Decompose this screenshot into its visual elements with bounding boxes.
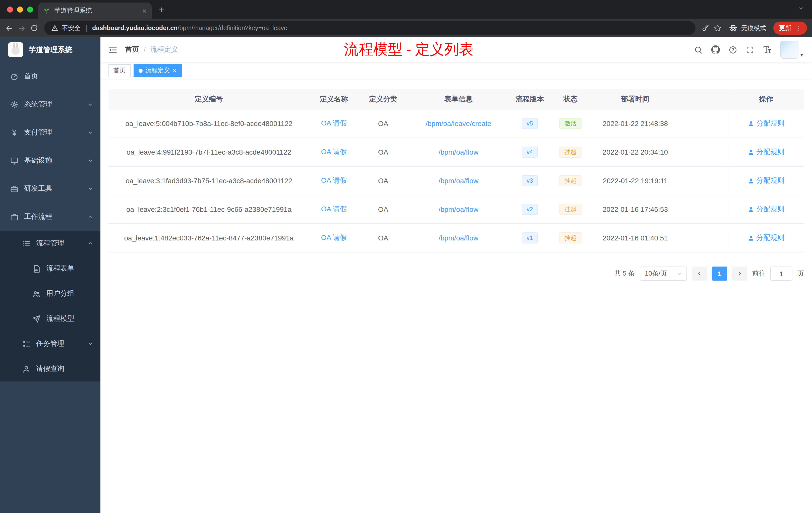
definition-name-link[interactable]: OA 请假 <box>321 233 347 242</box>
definition-name-cell: OA 请假 <box>309 138 358 166</box>
chevron-up-icon <box>87 214 93 220</box>
minimize-window-button[interactable] <box>17 6 23 12</box>
forward-button[interactable] <box>18 24 26 32</box>
assign-rule-link[interactable]: 分配规则 <box>748 119 784 128</box>
github-icon[interactable] <box>711 45 720 54</box>
form-info-link[interactable]: /bpm/oa/flow <box>439 205 478 213</box>
definition-name-link[interactable]: OA 请假 <box>321 176 347 185</box>
actions-cell: 分配规则 <box>728 167 804 195</box>
back-button[interactable] <box>5 24 13 32</box>
goto-page-input[interactable] <box>770 267 792 280</box>
sidebar-item-2[interactable]: 支付管理 <box>0 118 100 147</box>
update-button[interactable]: 更新 ⋮ <box>773 22 807 35</box>
form-info-cell: /bpm/oa/flow <box>408 167 509 195</box>
form-info-link[interactable]: /bpm/oa/flow <box>439 148 478 156</box>
url-path: /bpm/manager/definition?key=oa_leave <box>177 25 287 32</box>
tag-0[interactable]: 首页 <box>109 64 130 77</box>
sidebar-item-9[interactable]: 流程模型 <box>0 306 100 331</box>
url-text: dashboard.yudao.iocoder.cn/bpm/manager/d… <box>92 25 288 32</box>
logo-avatar <box>8 42 23 57</box>
browser-menu-icon[interactable]: ⋮ <box>795 24 802 32</box>
security-label[interactable]: 不安全 <box>62 24 81 32</box>
refresh-button[interactable] <box>30 24 38 32</box>
fullscreen-icon[interactable] <box>746 46 754 54</box>
tag-1[interactable]: 流程定义× <box>134 64 181 77</box>
definition-name-cell: OA 请假 <box>309 167 358 195</box>
tags-view-bar: 首页流程定义× <box>100 62 812 79</box>
search-icon[interactable] <box>694 46 702 54</box>
sidebar-item-5[interactable]: 工作流程 <box>0 203 100 231</box>
sidebar-item-3[interactable]: 基础设施 <box>0 147 100 175</box>
sidebar-item-8[interactable]: 用户分组 <box>0 281 100 306</box>
bookmark-star-icon[interactable] <box>714 24 722 32</box>
assign-rule-label: 分配规则 <box>756 148 784 157</box>
help-icon[interactable] <box>729 46 737 54</box>
page-button-1[interactable]: 1 <box>712 267 727 280</box>
maximize-window-button[interactable] <box>27 6 33 12</box>
version-badge: v2 <box>522 204 538 215</box>
next-page-button[interactable] <box>732 267 747 280</box>
chevron-down-icon <box>87 186 93 192</box>
browser-tab[interactable]: 芋道管理系统 × <box>38 2 152 19</box>
sidebar-item-0[interactable]: 首页 <box>0 62 100 90</box>
form-info-link[interactable]: /bpm/oa/leave/create <box>426 119 491 127</box>
definition-name-link[interactable]: OA 请假 <box>321 119 347 128</box>
chevron-left-icon <box>696 271 702 277</box>
breadcrumb-home[interactable]: 首页 <box>125 45 139 54</box>
tab-close-icon[interactable]: × <box>142 7 147 14</box>
tab-search-chevron-icon[interactable] <box>798 5 804 11</box>
tag-close-icon[interactable]: × <box>173 67 176 74</box>
assign-rule-link[interactable]: 分配规则 <box>748 233 784 242</box>
sidebar: 芋道管理系统 首页系统管理支付管理基础设施研发工具工作流程流程管理流程表单用户分… <box>0 37 100 513</box>
sidebar-item-label: 基础设施 <box>24 156 87 165</box>
page-size-select[interactable]: 10条/页 <box>640 267 687 280</box>
form-info-cell: /bpm/oa/flow <box>408 138 509 166</box>
version-badge: v1 <box>522 233 538 243</box>
password-key-icon[interactable] <box>701 24 709 32</box>
definition-id: oa_leave:1:482ec033-762a-11ec-8477-a2380… <box>109 224 309 252</box>
avatar[interactable] <box>780 41 799 59</box>
actions-cell: 分配规则 <box>728 110 804 138</box>
definition-name-link[interactable]: OA 请假 <box>321 148 347 157</box>
close-window-button[interactable] <box>7 6 13 12</box>
form-info-link[interactable]: /bpm/oa/flow <box>439 177 478 185</box>
version-badge: v4 <box>522 147 538 158</box>
chevron-down-icon <box>676 271 682 276</box>
form-info-link[interactable]: /bpm/oa/flow <box>439 234 478 242</box>
sidebar-toggle-icon[interactable] <box>100 45 125 55</box>
assign-rule-link[interactable]: 分配规则 <box>748 205 784 214</box>
definition-name-cell: OA 请假 <box>309 195 358 223</box>
sidebar-item-4[interactable]: 研发工具 <box>0 175 100 203</box>
page-content: 定义编号定义名称定义分类表单信息流程版本状态部署时间操作 oa_leave:5:… <box>100 79 812 513</box>
column-header-5: 状态 <box>550 89 590 109</box>
sidebar-item-label: 流程管理 <box>36 239 87 248</box>
user-menu[interactable]: ▾ <box>780 41 803 59</box>
form-icon <box>32 264 41 273</box>
sidebar-item-6[interactable]: 流程管理 <box>0 231 100 256</box>
definition-name-link[interactable]: OA 请假 <box>321 205 347 214</box>
new-tab-button[interactable]: + <box>159 4 164 16</box>
sidebar-item-10[interactable]: 任务管理 <box>0 331 100 356</box>
definition-category: OA <box>358 167 408 195</box>
pagination-total: 共 5 条 <box>614 269 635 278</box>
assign-rule-link[interactable]: 分配规则 <box>748 176 784 185</box>
column-header-0: 定义编号 <box>109 89 309 109</box>
definition-id: oa_leave:5:004b710b-7b8a-11ec-8ef0-acde4… <box>109 110 309 138</box>
incognito-label: 无痕模式 <box>741 24 766 32</box>
sidebar-logo[interactable]: 芋道管理系统 <box>0 37 100 62</box>
tag-active-dot <box>139 68 143 72</box>
column-header-2: 定义分类 <box>358 89 408 109</box>
assign-rule-link[interactable]: 分配规则 <box>748 148 784 157</box>
url-domain: dashboard.yudao.iocoder.cn <box>92 25 177 32</box>
deploy-time: 2022-01-22 20:34:10 <box>590 138 680 166</box>
user-small-icon <box>748 149 754 155</box>
sidebar-item-11[interactable]: 请假查询 <box>0 356 100 382</box>
incognito-icon <box>729 24 738 33</box>
status-cell: 挂起 <box>550 138 590 166</box>
sidebar-item-7[interactable]: 流程表单 <box>0 256 100 281</box>
sidebar-item-1[interactable]: 系统管理 <box>0 90 100 118</box>
prev-page-button[interactable] <box>692 267 707 280</box>
address-bar[interactable]: 不安全 dashboard.yudao.iocoder.cn/bpm/manag… <box>44 21 696 35</box>
status-badge: 挂起 <box>559 175 581 186</box>
font-size-icon[interactable] <box>763 45 772 54</box>
